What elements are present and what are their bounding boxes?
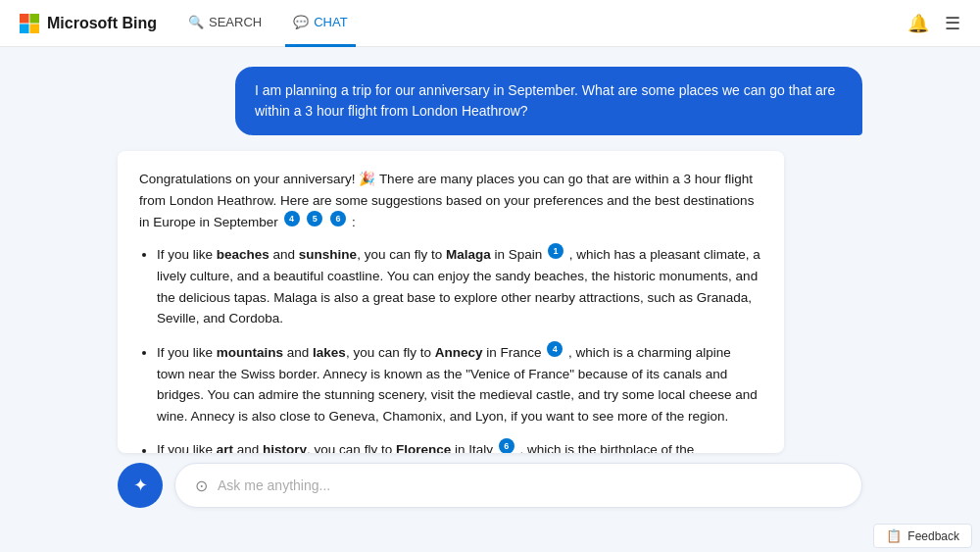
logo-area: Microsoft Bing bbox=[20, 14, 157, 33]
feedback-label: Feedback bbox=[907, 529, 959, 543]
hamburger-menu-button[interactable]: ☰ bbox=[945, 13, 960, 34]
mic-icon: ✦ bbox=[133, 475, 148, 496]
chat-nav-label: CHAT bbox=[314, 15, 347, 29]
citation-badge-6b[interactable]: 6 bbox=[499, 438, 514, 453]
nav-chat[interactable]: 💬 CHAT bbox=[285, 0, 355, 47]
nav-search[interactable]: 🔍 SEARCH bbox=[180, 0, 270, 47]
user-message-container: I am planning a trip for our anniversary… bbox=[118, 67, 862, 135]
list-item: If you like mountains and lakes, you can… bbox=[157, 341, 762, 427]
bot-intro-paragraph: Congratulations on your anniversary! 🎉 T… bbox=[139, 169, 762, 233]
search-nav-icon: 🔍 bbox=[188, 14, 204, 29]
chat-nav-icon: 💬 bbox=[293, 14, 309, 29]
list-item: If you like beaches and sunshine, you ca… bbox=[157, 243, 762, 329]
citation-badge-1[interactable]: 1 bbox=[548, 243, 564, 259]
mic-button[interactable]: ✦ bbox=[118, 463, 163, 508]
feedback-bar: 📋 Feedback bbox=[0, 520, 980, 552]
citation-badge-4[interactable]: 4 bbox=[284, 211, 300, 226]
feedback-icon: 📋 bbox=[886, 528, 902, 543]
citation-badge-4b[interactable]: 4 bbox=[547, 341, 563, 357]
input-area: ✦ ⊙ Ask me anything... bbox=[0, 463, 980, 520]
header: Microsoft Bing 🔍 SEARCH 💬 CHAT 🔔 ☰ bbox=[0, 0, 980, 47]
list-item: If you like art and history, you can fly… bbox=[157, 438, 762, 453]
user-message: I am planning a trip for our anniversary… bbox=[235, 67, 862, 135]
header-right: 🔔 ☰ bbox=[907, 13, 960, 34]
brand-name: Microsoft Bing bbox=[47, 15, 157, 32]
input-placeholder: Ask me anything... bbox=[218, 477, 330, 493]
svg-rect-3 bbox=[29, 24, 39, 33]
citation-badge-6[interactable]: 6 bbox=[330, 211, 346, 226]
chat-input-box[interactable]: ⊙ Ask me anything... bbox=[174, 463, 862, 508]
search-nav-label: SEARCH bbox=[209, 15, 262, 29]
svg-rect-0 bbox=[20, 14, 29, 24]
svg-rect-2 bbox=[20, 24, 29, 33]
microsoft-logo bbox=[20, 14, 39, 33]
feedback-button[interactable]: 📋 Feedback bbox=[873, 524, 972, 548]
svg-rect-1 bbox=[29, 14, 39, 24]
citation-badge-5[interactable]: 5 bbox=[307, 211, 322, 226]
notifications-button[interactable]: 🔔 bbox=[907, 13, 929, 34]
main-content: I am planning a trip for our anniversary… bbox=[0, 47, 980, 463]
suggestions-list: If you like beaches and sunshine, you ca… bbox=[139, 243, 762, 453]
search-icon: ⊙ bbox=[195, 477, 208, 495]
bot-response: Congratulations on your anniversary! 🎉 T… bbox=[118, 151, 784, 453]
